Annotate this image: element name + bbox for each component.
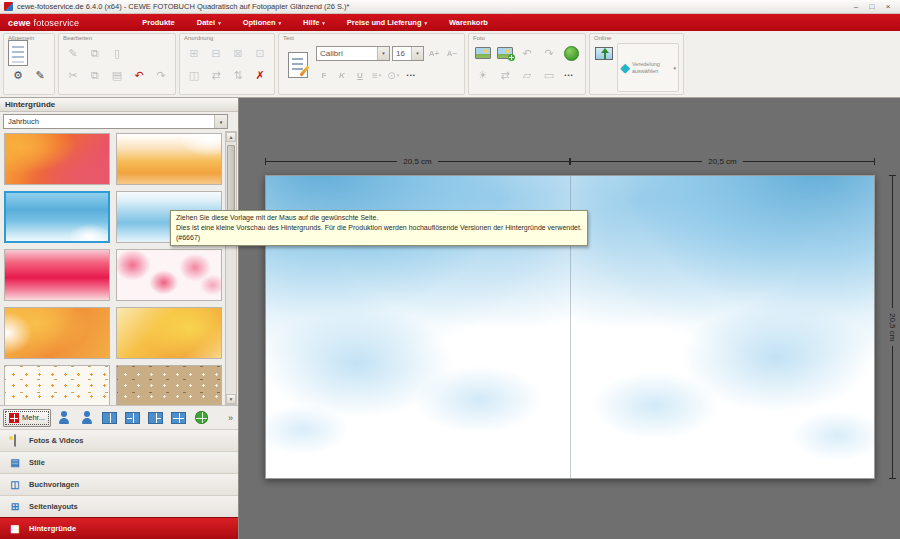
scroll-down-icon[interactable]: ▼ [226,394,236,404]
grid-icon [9,413,19,423]
photos-icon [7,435,23,446]
my-styles-button[interactable] [54,408,74,428]
text-more-button[interactable]: ••• [403,65,419,85]
align-center-button[interactable]: ⊟ [206,43,226,63]
order-button[interactable]: ⇅ [228,65,248,85]
swap-button[interactable]: ⇄ [206,65,226,85]
background-thumbnail-3-selected[interactable] [4,191,110,243]
background-thumbnail-list: ▲ ▼ [0,131,238,405]
finish-label: Veredelung auswählen [632,61,671,74]
background-thumbnail-6[interactable] [116,249,222,301]
layout-filter-4-button[interactable] [169,408,189,428]
layout-filter-2-button[interactable] [123,408,143,428]
background-thumbnail-8[interactable] [116,307,222,359]
sidebar-item-seitenlayouts[interactable]: ⊞ Seitenlayouts [0,495,238,517]
flip-photo-button[interactable]: ⇄ [495,65,515,85]
align-left-button[interactable]: ⊞ [184,43,204,63]
own-designs-button[interactable] [77,408,97,428]
background-thumbnail-1[interactable] [4,133,110,185]
font-size-select[interactable]: 16 ▾ [392,46,424,61]
minimize-button[interactable]: – [848,2,864,11]
distribute-button[interactable]: ⊡ [250,43,270,63]
sidebar-item-buchvorlagen[interactable]: ◫ Buchvorlagen [0,473,238,495]
chevron-down-icon: ▾ [673,65,676,71]
text-color-dropdown[interactable]: ⊙▾ [385,65,401,85]
app-icon [4,2,13,11]
group-objects-button[interactable]: ◫ [184,65,204,85]
maximize-button[interactable]: □ [864,2,880,11]
background-thumbnail-10[interactable] [116,365,222,405]
layout-filter-1-button[interactable] [100,408,120,428]
menu-warenkorb[interactable]: Warenkorb [438,14,499,31]
brightness-button[interactable]: ☀ [473,65,493,85]
upload-button[interactable] [594,43,614,63]
insert-text-button[interactable] [283,43,313,87]
diamond-icon: ◆ [620,60,630,75]
font-family-select[interactable]: Calibri ▾ [316,46,390,61]
italic-button[interactable]: K [334,65,350,85]
menu-produkte[interactable]: Produkte [131,14,186,31]
chevron-down-icon: ▾ [424,20,427,26]
duplicate-button[interactable]: ⧉ [85,43,105,63]
background-thumbnail-2[interactable] [116,133,222,185]
title-bar: cewe-fotoservice.de 6.4.0 (x64) - CEWE F… [0,0,900,14]
rotate-left-button[interactable]: ↶ [517,43,537,63]
redo-button[interactable]: ↷ [151,65,171,85]
background-thumbnail-5[interactable] [4,249,110,301]
frame-button[interactable]: ▭ [539,65,559,85]
spread-icon [102,412,117,424]
cewe-green-button[interactable] [561,43,581,63]
scrollbar-thumb[interactable] [227,145,235,213]
sidebar-item-fotos-videos[interactable]: Fotos & Videos [0,429,238,451]
online-backgrounds-button[interactable] [192,408,212,428]
add-photo-button[interactable] [495,43,515,63]
crop-button[interactable]: ▱ [517,65,537,85]
finish-select-dropdown[interactable]: ◆ Veredelung auswählen ▾ [617,43,679,92]
toolbar-group-allgemein: Allgemein ⚙ ✎ [3,33,55,95]
font-decrease-button[interactable]: A− [444,43,460,63]
font-increase-button[interactable]: A+ [426,43,442,63]
trash-button[interactable]: ▯ [107,43,127,63]
menu-datei[interactable]: Datei▾ [186,14,232,31]
undo-button[interactable]: ↶ [129,65,149,85]
chevron-down-icon: ▾ [379,72,382,78]
menu-preise-lieferung[interactable]: Preise und Lieferung▾ [336,14,438,31]
overflow-chevrons-icon[interactable]: » [228,413,235,423]
paste-button[interactable]: ▤ [107,65,127,85]
thumbnail-scrollbar[interactable]: ▲ ▼ [225,131,237,405]
background-thumbnail-7[interactable] [4,307,110,359]
more-backgrounds-button[interactable]: Mehr... [3,409,51,427]
rename-button[interactable]: ✎ [63,43,83,63]
copy-button[interactable]: ⧉ [85,65,105,85]
cut-button[interactable]: ✂ [63,65,83,85]
align-right-button[interactable]: ⊠ [228,43,248,63]
menu-hilfe[interactable]: Hilfe▾ [292,14,336,31]
insert-photo-button[interactable] [473,43,493,63]
text-align-dropdown[interactable]: ≡▾ [370,65,383,85]
rotate-right-button[interactable]: ↷ [539,43,559,63]
sidebar-item-stile[interactable]: ▤ Stile [0,451,238,473]
photo-more-button[interactable]: ••• [561,65,577,85]
panel-title: Hintergründe [0,98,238,112]
scroll-up-icon[interactable]: ▲ [226,132,236,142]
background-thumbnail-9[interactable] [4,365,110,405]
underline-button[interactable]: U [352,65,368,85]
delete-object-button[interactable]: ✗ [250,65,270,85]
background-category-select[interactable]: Jahrbuch ▾ [3,114,228,129]
new-page-button[interactable] [8,43,28,63]
toolbar-group-anordnung: Anordnung ⊞ ⊟ ⊠ ⊡ ◫ ⇄ ⇅ ✗ [179,33,275,95]
layout-filter-3-button[interactable] [146,408,166,428]
page-layout-icon: ⊞ [7,501,23,512]
chevron-down-icon: ▾ [377,47,389,60]
page-height-label: 20,5 cm [888,308,897,346]
menu-optionen[interactable]: Optionen▾ [232,14,292,31]
close-button[interactable]: × [880,2,896,11]
bold-button[interactable]: F [316,65,332,85]
toolbar-group-foto: Foto ↶ ↷ ☀ ⇄ ▱ ▭ ••• [468,33,586,95]
page-width-label: 20,5 cm [397,157,437,166]
edit-tools-button[interactable]: ✎ [30,65,50,85]
book-page-right[interactable] [570,176,874,478]
editor-canvas[interactable]: 20,5 cm 20,5 cm 20,5 cm [240,98,900,539]
sidebar-item-hintergruende[interactable]: ▦ Hintergründe [0,517,238,539]
settings-button[interactable]: ⚙ [8,65,28,85]
